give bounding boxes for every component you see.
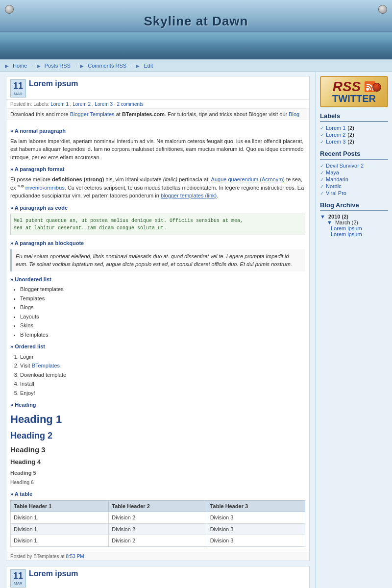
list-item: Login [20,353,305,361]
nav-arrow-posts: ▶ [37,63,41,69]
list-item: Templates [20,294,305,303]
rss-circle-decoration [372,83,381,92]
recent-posts-list: Devil Survivor 2MayaMandarinNordicViral … [320,162,388,196]
left-pin [5,5,14,14]
btemplates-link[interactable]: BTemplates [32,363,60,368]
main-wrapper: 11 mar Lorem ipsum Posted in: Labels: Lo… [0,72,392,588]
section-heading: » Unordered list [10,275,305,284]
post-date: 11 mar [10,79,26,98]
list-item: Blogger templates [20,285,305,294]
list-item: Skins [20,321,305,330]
recent-post-link[interactable]: Nordic [326,183,342,189]
list-item: Blogs [20,303,305,312]
labels-list-item: Lorem 2 (2) [320,131,388,138]
recent-posts-widget: Recent Posts Devil Survivor 2MayaMandari… [320,150,388,196]
archive-post-link-2[interactable]: Lorem ipsum [331,231,362,237]
archive-post-1: Lorem ipsum [320,225,388,231]
table-header: Table Header 1 [11,500,109,512]
section-heading: » A paragraph as code [10,204,305,212]
nav-arrow-home: ▶ [5,63,9,69]
main-content: 11 mar Lorem ipsum Posted in: Labels: Lo… [0,72,316,588]
right-pin [378,5,387,14]
archive-month-label: March (2) [335,220,358,225]
post-header: 11 mar Lorem ipsum [6,566,309,588]
post-title[interactable]: Lorem ipsum [29,79,78,88]
label-link-1[interactable]: Lorem 1 [50,101,69,107]
section-heading: » A paragraph format [10,165,305,173]
heading-3: Heading 3 [10,444,305,456]
post-date: 11 mar [10,569,26,588]
archive-post-2: Lorem ipsum [320,231,388,237]
table-cell: Division 2 [109,535,207,547]
heading-2: Heading 2 [10,429,305,442]
list-item: Enjoy! [20,389,305,397]
recent-post-link[interactable]: Devil Survivor 2 [326,163,364,169]
archive-content: ▼ 2010 (2) ▼ March (2) Lorem ipsum Lorem… [320,214,388,237]
archive-post-link-1[interactable]: Lorem ipsum [331,225,362,231]
list-item: Layouts [20,313,305,321]
nav-comments-rss[interactable]: Comments RSS [86,62,128,70]
heading-4: Heading 4 [10,457,305,467]
recent-post-item: Nordic [320,183,388,190]
post-body: » A normal paragraphEa iam labores imper… [6,120,309,552]
list-item: Visit BTemplates [20,362,305,370]
list-item: Install [20,380,305,388]
skyline-decoration [0,32,392,59]
section-heading: » Heading [10,401,305,409]
table-cell: Division 1 [11,523,109,535]
post-title[interactable]: Lorem ipsum [29,569,78,578]
rss-label: RSS [333,80,361,94]
label-link[interactable]: Lorem 2 [326,132,345,138]
table-cell: Division 1 [11,535,109,547]
table-row: Division 1Division 2Division 3 [11,535,305,547]
post-time-link[interactable]: 8:53 PM [66,554,84,559]
post-promo: Download this and more Blogger Templates… [6,109,309,120]
list-item: BTemplates [20,331,305,339]
post-footer: Posted by BTemplates at 8:53 PM [6,552,309,561]
paragraph: Ea iam labores imperdiet, aperiam nomina… [10,137,305,162]
labels-list-item: Lorem 3 (2) [320,138,388,145]
label-link[interactable]: Lorem 3 [326,139,345,145]
recent-post-link[interactable]: Viral Pro [326,190,346,196]
svg-point-1 [366,88,369,91]
nav-edit[interactable]: Edit [142,62,155,70]
archive-year-label: 2010 (2) [328,214,348,220]
navigation: ▶ Home · ▶ Posts RSS · ▶ Comments RSS · … [0,59,392,72]
section-heading: » A table [10,490,305,498]
label-link[interactable]: Lorem 1 [326,125,345,131]
table-header: Table Header 3 [207,500,305,512]
blog-link[interactable]: Blog [289,111,299,117]
labels-list: Lorem 1 (2)Lorem 2 (2)Lorem 3 (2) [320,124,388,145]
section-heading: » A normal paragraph [10,127,305,135]
post: 11 mar Lorem ipsum Posted in: Labels: Lo… [6,566,310,588]
archive-title: Blog Archive [320,201,388,211]
ordered-list: LoginVisit BTemplatesDownload templateIn… [20,353,305,397]
format-paragraph: Et posse meliore definitiones (strong) h… [10,175,305,200]
header: Skyline at Dawn [0,0,392,32]
recent-post-link[interactable]: Maya [326,170,339,175]
blogger-templates-link[interactable]: Blogger Templates [70,111,115,117]
post-date-num: 11 [13,81,24,92]
heading-1: Heading 1 [10,411,305,427]
nav-home[interactable]: Home [11,62,29,70]
headings-demo: Heading 1Heading 2Heading 3Heading 4Head… [10,411,305,487]
post-date-month: mar [13,581,24,586]
table-row: Division 1Division 2Division 3 [11,523,305,535]
twitter-label: TWITTER [324,94,384,103]
recent-post-item: Viral Pro [320,190,388,196]
recent-post-item: Maya [320,169,388,176]
label-link-2[interactable]: Lorem 2 [73,101,91,107]
table-cell: Division 3 [207,523,305,535]
table-cell: Division 3 [207,535,305,547]
recent-post-item: Mandarin [320,176,388,183]
comments-link[interactable]: 2 comments [117,101,143,107]
recent-posts-title: Recent Posts [320,150,388,160]
nav-posts-rss[interactable]: Posts RSS [43,62,73,70]
recent-post-link[interactable]: Mandarin [326,176,348,182]
nav-arrow-edit: ▶ [136,63,140,69]
post-date-num: 11 [13,571,24,582]
table-cell: Division 2 [109,512,207,524]
nav-arrow-comments: ▶ [80,63,84,69]
sidebar: RSS TWITTER Labels Lorem 1 (2)Lorem 2 (2… [316,72,392,588]
label-link-3[interactable]: Lorem 3 [95,101,113,107]
